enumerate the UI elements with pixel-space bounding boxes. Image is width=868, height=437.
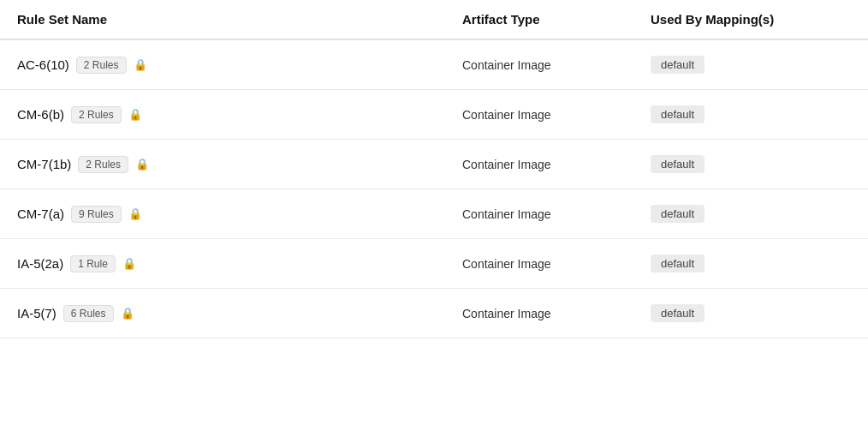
mapping-cell: default (651, 105, 868, 123)
table-row[interactable]: IA-5(7) 6 Rules 🔒 Container Image defaul… (0, 289, 868, 338)
mapping-cell: default (651, 205, 868, 223)
lock-icon: 🔒 (134, 58, 147, 71)
rule-set-table: Rule Set Name Artifact Type Used By Mapp… (0, 0, 868, 437)
mapping-cell: default (651, 56, 868, 74)
table-row[interactable]: CM-7(1b) 2 Rules 🔒 Container Image defau… (0, 140, 868, 189)
rules-badge: 2 Rules (78, 156, 128, 173)
mapping-cell: default (651, 304, 868, 322)
artifact-type-value: Container Image (462, 58, 551, 72)
rule-set-name: IA-5(2a) (17, 256, 63, 271)
artifact-type-cell: Container Image (462, 307, 651, 320)
col-header-used-by-mappings: Used By Mapping(s) (651, 9, 868, 30)
lock-icon: 🔒 (128, 108, 142, 121)
rule-set-name-cell: AC-6(10) 2 Rules 🔒 (17, 57, 462, 74)
artifact-type-value: Container Image (462, 108, 551, 122)
table-row[interactable]: AC-6(10) 2 Rules 🔒 Container Image defau… (0, 40, 868, 90)
table-row[interactable]: IA-5(2a) 1 Rule 🔒 Container Image defaul… (0, 239, 868, 289)
rule-set-name: AC-6(10) (17, 57, 69, 72)
artifact-type-cell: Container Image (462, 257, 651, 271)
artifact-type-value: Container Image (462, 207, 551, 221)
mapping-badge: default (651, 205, 705, 223)
artifact-type-value: Container Image (462, 307, 551, 320)
mapping-badge: default (651, 155, 705, 173)
artifact-type-cell: Container Image (462, 207, 651, 221)
mapping-badge: default (651, 254, 705, 272)
rules-badge: 9 Rules (71, 206, 122, 223)
mapping-badge: default (651, 304, 705, 322)
rule-set-name-cell: CM-6(b) 2 Rules 🔒 (17, 106, 462, 123)
col-header-artifact-type: Artifact Type (462, 9, 651, 30)
lock-icon: 🔒 (122, 257, 136, 270)
rules-badge: 2 Rules (76, 57, 127, 74)
rule-set-name: CM-6(b) (17, 107, 64, 122)
rule-set-name-cell: IA-5(2a) 1 Rule 🔒 (17, 255, 462, 272)
mapping-badge: default (651, 56, 705, 74)
artifact-type-cell: Container Image (462, 158, 651, 171)
rules-badge: 1 Rule (70, 255, 116, 272)
rule-set-name-cell: CM-7(1b) 2 Rules 🔒 (17, 156, 462, 173)
mapping-badge: default (651, 105, 705, 123)
mapping-cell: default (651, 254, 868, 272)
col-header-rule-set-name: Rule Set Name (17, 9, 462, 30)
lock-icon: 🔒 (121, 307, 134, 320)
lock-icon: 🔒 (128, 207, 142, 220)
rules-badge: 6 Rules (63, 305, 114, 322)
artifact-type-cell: Container Image (462, 108, 651, 122)
table-header: Rule Set Name Artifact Type Used By Mapp… (0, 0, 868, 40)
rules-badge: 2 Rules (71, 106, 122, 123)
artifact-type-value: Container Image (462, 158, 551, 171)
rule-set-name: CM-7(1b) (17, 157, 71, 171)
artifact-type-value: Container Image (462, 257, 551, 271)
artifact-type-cell: Container Image (462, 58, 651, 72)
rule-set-name-cell: CM-7(a) 9 Rules 🔒 (17, 206, 462, 223)
rule-set-name: CM-7(a) (17, 207, 64, 221)
table-row[interactable]: CM-7(a) 9 Rules 🔒 Container Image defaul… (0, 189, 868, 239)
rule-set-name: IA-5(7) (17, 306, 56, 320)
table-row[interactable]: CM-6(b) 2 Rules 🔒 Container Image defaul… (0, 90, 868, 140)
rule-set-name-cell: IA-5(7) 6 Rules 🔒 (17, 305, 462, 322)
lock-icon: 🔒 (135, 158, 149, 171)
mapping-cell: default (651, 155, 868, 173)
table-body: AC-6(10) 2 Rules 🔒 Container Image defau… (0, 40, 868, 338)
